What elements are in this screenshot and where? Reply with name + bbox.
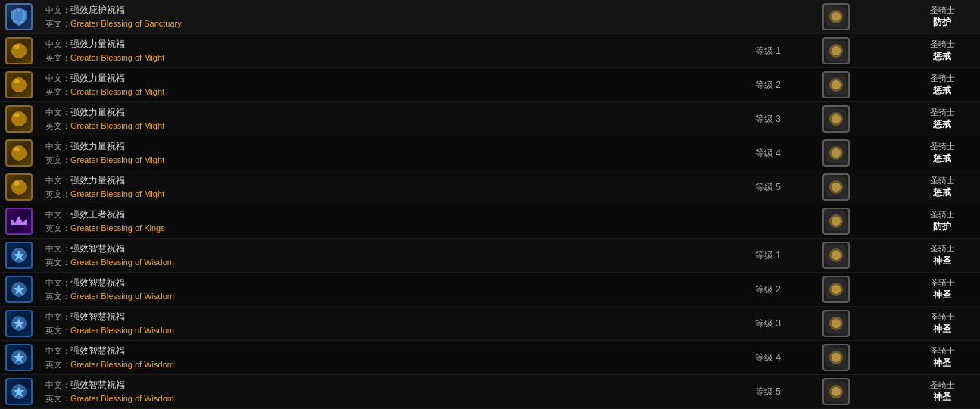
zh-label: 中文： [45, 5, 70, 14]
might-spell-icon [5, 105, 33, 133]
en-spell-name: Greater Blessing of Might [70, 121, 164, 130]
class-column: 圣骑士防护 [904, 2, 980, 32]
might-buff-icon [822, 105, 850, 133]
zh-label: 中文： [45, 380, 70, 389]
zh-label: 中文： [45, 278, 70, 287]
class-name: 圣骑士 [907, 5, 977, 16]
class-name: 圣骑士 [907, 379, 977, 391]
en-label: 英文： [45, 292, 70, 301]
svg-point-4 [14, 45, 20, 49]
zh-label: 中文： [45, 346, 70, 355]
kings-buff-icon [822, 208, 850, 235]
level-column: 等级 3 [723, 113, 813, 126]
table-row[interactable]: 中文：强效智慧祝福英文：Greater Blessing of Wisdom等级… [0, 239, 980, 273]
class-name: 圣骑士 [907, 141, 977, 152]
might-spell-icon [5, 71, 33, 98]
wisdom-spell-icon [5, 344, 33, 371]
en-label: 英文： [45, 360, 70, 369]
en-spell-name: Greater Blessing of Might [70, 189, 164, 198]
table-row[interactable]: 中文：强效智慧祝福英文：Greater Blessing of Wisdom等级… [0, 307, 980, 341]
class-name: 圣骑士 [907, 345, 977, 357]
level-column: 等级 2 [723, 283, 813, 296]
class-column: 圣骑士神圣 [904, 376, 980, 407]
wisdom-buff-icon [822, 378, 850, 405]
spec-name: 防护 [907, 220, 977, 233]
spec-name: 神圣 [907, 289, 977, 301]
en-spell-name: Greater Blessing of Wisdom [70, 292, 174, 301]
zh-spell-name: 强效力量祝福 [70, 107, 125, 117]
table-row[interactable]: 中文：强效力量祝福英文：Greater Blessing of Might等级 … [0, 68, 980, 102]
table-row[interactable]: 中文：强效力量祝福英文：Greater Blessing of Might等级 … [0, 102, 980, 136]
en-label: 英文： [45, 19, 70, 28]
en-spell-name: Greater Blessing of Sanctuary [70, 19, 182, 28]
en-label: 英文： [45, 223, 70, 233]
en-spell-name: Greater Blessing of Might [70, 53, 164, 62]
might-buff-icon [822, 37, 850, 64]
spec-name: 神圣 [907, 357, 977, 370]
svg-point-23 [11, 180, 27, 195]
en-spell-name: Greater Blessing of Wisdom [70, 326, 174, 335]
svg-point-8 [11, 77, 27, 92]
en-label: 英文： [45, 121, 70, 130]
zh-label: 中文： [45, 39, 70, 48]
svg-point-40 [832, 285, 841, 294]
class-column: 圣骑士神圣 [904, 240, 980, 270]
zh-spell-name: 强效力量祝福 [70, 73, 125, 83]
class-column: 圣骑士惩戒 [904, 138, 980, 168]
svg-point-24 [14, 181, 20, 186]
table-row[interactable]: 中文：强效智慧祝福英文：Greater Blessing of Wisdom等级… [0, 273, 980, 307]
spec-name: 神圣 [907, 391, 977, 404]
name-column: 中文：强效王者祝福英文：Greater Blessing of Kings [38, 205, 723, 237]
table-row[interactable]: 中文：强效庇护祝福英文：Greater Blessing of Sanctuar… [0, 0, 980, 34]
kings-spell-icon [5, 208, 33, 235]
en-label: 英文： [45, 326, 70, 335]
wisdom-spell-icon [5, 310, 33, 337]
name-column: 中文：强效力量祝福英文：Greater Blessing of Might [38, 69, 723, 101]
class-column: 圣骑士神圣 [904, 342, 980, 373]
zh-label: 中文： [45, 108, 70, 117]
en-label: 英文： [45, 155, 70, 164]
table-row[interactable]: 中文：强效力量祝福英文：Greater Blessing of Might等级 … [0, 34, 980, 68]
svg-point-18 [11, 145, 27, 161]
name-column: 中文：强效庇护祝福英文：Greater Blessing of Sanctuar… [38, 1, 723, 33]
table-row[interactable]: 中文：强效智慧祝福英文：Greater Blessing of Wisdom等级… [0, 341, 980, 375]
table-row[interactable]: 中文：强效王者祝福英文：Greater Blessing of Kings圣骑士… [0, 204, 980, 239]
class-column: 圣骑士防护 [904, 206, 980, 236]
svg-point-45 [832, 319, 841, 328]
might-spell-icon [5, 173, 33, 201]
table-row[interactable]: 中文：强效力量祝福英文：Greater Blessing of Might等级 … [0, 170, 980, 204]
wisdom-spell-icon [5, 378, 33, 405]
class-name: 圣骑士 [907, 209, 977, 220]
svg-point-22 [832, 148, 841, 158]
svg-point-35 [832, 251, 841, 260]
might-spell-icon [5, 37, 33, 64]
svg-point-30 [832, 217, 841, 226]
name-column: 中文：强效智慧祝福英文：Greater Blessing of Wisdom [38, 308, 723, 339]
spec-name: 神圣 [907, 254, 977, 267]
might-buff-icon [822, 71, 850, 98]
name-column: 中文：强效力量祝福英文：Greater Blessing of Might [38, 103, 723, 135]
class-name: 圣骑士 [907, 243, 977, 254]
en-spell-name: Greater Blessing of Might [70, 87, 164, 96]
name-column: 中文：强效智慧祝福英文：Greater Blessing of Wisdom [38, 376, 723, 407]
name-column: 中文：强效智慧祝福英文：Greater Blessing of Wisdom [38, 239, 723, 271]
table-row[interactable]: 中文：强效力量祝福英文：Greater Blessing of Might等级 … [0, 136, 980, 170]
svg-point-17 [832, 114, 841, 123]
en-spell-name: Greater Blessing of Wisdom [70, 394, 174, 403]
table-row[interactable]: 中文：强效智慧祝福英文：Greater Blessing of Wisdom等级… [0, 375, 980, 409]
spec-name: 惩戒 [907, 50, 977, 63]
en-label: 英文： [45, 394, 70, 403]
zh-spell-name: 强效力量祝福 [70, 175, 125, 186]
class-column: 圣骑士惩戒 [904, 70, 980, 100]
svg-point-19 [14, 147, 20, 151]
svg-point-7 [832, 46, 841, 55]
might-buff-icon [822, 173, 850, 201]
level-column: 等级 5 [723, 181, 813, 194]
level-column: 等级 5 [723, 386, 813, 398]
wisdom-buff-icon [822, 310, 850, 337]
wisdom-buff-icon [822, 344, 850, 371]
en-label: 英文： [45, 53, 70, 62]
wisdom-buff-icon [822, 276, 850, 303]
svg-point-2 [832, 12, 841, 21]
zh-label: 中文： [45, 244, 70, 253]
